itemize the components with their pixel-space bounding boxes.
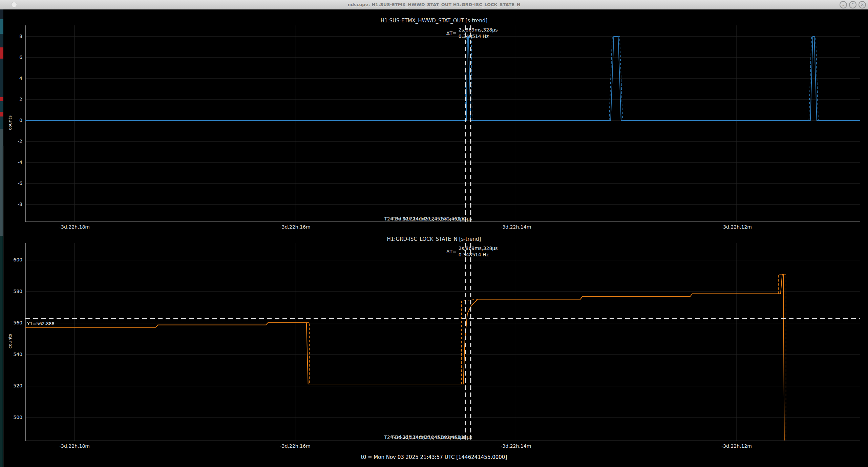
delta-t-time: 2s,869ms,328μs [459, 246, 498, 251]
y-tick-label: 600 [5, 257, 22, 262]
x-tick-label: -3d,22h,18m [47, 224, 102, 230]
y-tick-label: 6 [5, 55, 22, 60]
y-tick-label: -4 [5, 160, 22, 165]
delta-t-time: 2s,869ms,328μs [459, 27, 498, 33]
y-tick-label: 0 [5, 118, 22, 123]
plot1-delta-t-readout: ΔT= 2s,869ms,328μs 0.348514 Hz [446, 27, 498, 39]
t0-footer: t0 = Mon Nov 03 2025 21:43:57 UTC [14462… [0, 454, 868, 460]
y-tick-label: -2 [5, 139, 22, 144]
y-tick-label: 540 [5, 352, 22, 357]
plot2-y-axis-label: counts [7, 334, 13, 348]
ndscope-window: ndscope: H1:SUS-ETMX_HWWD_STAT_OUT H1:GR… [0, 0, 868, 467]
x-tick-label: -3d,22h,16m [268, 443, 322, 449]
delta-t-prefix: ΔT= [446, 30, 457, 36]
plot2-delta-t-readout: ΔT= 2s,869ms,328μs 0.348514 Hz [446, 246, 498, 257]
x-tick-label: -3d,22h,18m [47, 443, 102, 449]
t2-cursor-label: T2=-3d,22h,14m,27s,451ms,461μs [384, 434, 465, 440]
plot1-title: H1:SUS-ETMX_HWWD_STAT_OUT [s-trend] [0, 18, 868, 24]
x-tick-label: -3d,22h,14m [489, 224, 543, 230]
y-tick-label: -6 [5, 181, 22, 186]
y-tick-label: 520 [5, 383, 22, 388]
x-tick-label: -3d,22h,12m [710, 224, 764, 230]
y1-cursor-label: Y1=562.888 [27, 321, 55, 326]
trace-min-max-envelope [779, 274, 786, 441]
x-tick-label: -3d,22h,14m [489, 443, 543, 449]
y-tick-label: -8 [5, 201, 22, 207]
y-tick-label: 4 [5, 76, 22, 81]
plot2-cursor-time-labels: T1=-3d,22h,14m,24s,582ms,133μs T2=-3d,22… [384, 434, 465, 440]
t2-cursor-label: T2=-3d,22h,14m,27s,451ms,461μs [384, 216, 465, 221]
y-tick-label: 560 [5, 320, 22, 325]
y-tick-label: 580 [5, 289, 22, 294]
y-tick-label: 8 [5, 34, 22, 39]
plot2-title: H1:GRD-ISC_LOCK_STATE_N [s-trend] [0, 236, 868, 242]
trace-mean [25, 274, 784, 441]
x-tick-label: -3d,22h,12m [710, 443, 764, 449]
delta-t-prefix: ΔT= [446, 249, 457, 254]
plot-canvas[interactable] [0, 0, 868, 467]
delta-t-freq: 0.348514 Hz [459, 252, 498, 257]
delta-t-freq: 0.348514 Hz [459, 34, 498, 39]
y-tick-label: 500 [5, 415, 22, 420]
y-tick-label: 2 [5, 97, 22, 102]
plot1-cursor-time-labels: T1=-3d,22h,14m,24s,582ms,133μs T2=-3d,22… [384, 216, 465, 221]
x-tick-label: -3d,22h,16m [268, 224, 322, 230]
